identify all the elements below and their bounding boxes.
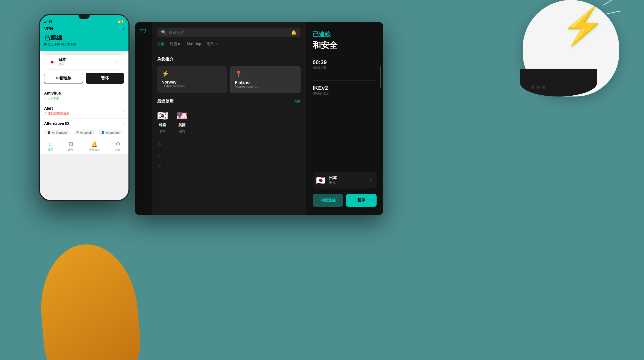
bell-nav-icon: 🔔: [91, 141, 98, 147]
nav-products[interactable]: ⊞ 產品: [68, 141, 74, 152]
desktop-main-panel: 🔍 🔔 位置 靜態 IP MultiHop 專用 IP 為您推介 ⚡ Norwa…: [152, 22, 306, 215]
settings-icon: ⚙: [116, 141, 120, 147]
desktop-app-window: 🛡 🔍 🔔 位置 靜態 IP MultiHop 專用 IP 為您推介 ⚡ Nor…: [135, 22, 383, 215]
nav-home-label: 首頁: [47, 148, 53, 152]
finland-card[interactable]: 📍 Finland Nearest country: [230, 66, 300, 93]
finland-sub: Nearest country: [235, 85, 296, 88]
phone-star-icon[interactable]: ☆: [115, 59, 119, 65]
tab-static-ip[interactable]: 靜態 IP: [170, 42, 181, 48]
phone-frame: 14:34 📶🔋 VPN › 已連線 IP 位址 146.70.205.188: [39, 14, 130, 201]
phone-notch: [79, 15, 90, 19]
alt-person-chip[interactable]: 👤 Alt person: [98, 130, 122, 135]
phone-signal-icons: 📶🔋: [117, 20, 124, 23]
tab-dedicated-ip[interactable]: 專用 IP: [206, 42, 218, 48]
nav-settings[interactable]: ⚙ 設定: [115, 141, 121, 152]
search-input[interactable]: [169, 30, 289, 35]
alert-info: Alert ⚠ 未監控數據洩漏: [44, 106, 69, 115]
phone-time: 14:34: [44, 20, 52, 23]
phone-connected-label: 已連線: [44, 34, 124, 42]
connection-time-row: 00:39 連線時間: [313, 59, 377, 70]
phone-disconnect-button[interactable]: 中斷連線: [44, 73, 83, 84]
nearest-country-icon: 📍: [235, 71, 296, 78]
nav-updates[interactable]: 🔔 更新資訊: [89, 141, 100, 152]
check-icon: ✓: [44, 96, 47, 100]
fastest-location-icon: ⚡: [162, 70, 222, 77]
phone-ip-label: IP 位址 146.70.205.188: [44, 42, 124, 47]
favorite-star-3[interactable]: ☆: [157, 163, 300, 169]
favorite-star-2[interactable]: ☆: [157, 152, 300, 158]
phone-country-name: 日本: [58, 57, 66, 62]
alt-email-chip[interactable]: ✉ Alt email: [74, 130, 94, 135]
nav-settings-label: 設定: [115, 148, 121, 152]
phone-content-area: 🇯🇵 日本 東京 ☆ 中斷連線 暫停 Antivirus: [40, 54, 128, 154]
phone-country-selector[interactable]: 🇯🇵 日本 東京 ☆: [44, 54, 124, 69]
desktop-right-panel: 已連線 和安全 00:39 連線時間 IKEv2 使用的協定 🇯🇵 日本 東京 …: [306, 22, 383, 215]
recent-flags-row: 🇰🇷 韓國 首爾 🇺🇸 美國 紐約: [157, 108, 300, 136]
alert-item[interactable]: Alert ⚠ 未監控數據洩漏 ›: [40, 103, 128, 119]
recent-section-header: 最近使用 清除: [157, 99, 300, 104]
japan-country-info: 日本 東京: [329, 175, 337, 185]
favorite-star-1[interactable]: ☆: [157, 142, 300, 148]
notification-bell-icon[interactable]: 🔔: [291, 30, 297, 35]
alt-id-chips-row: 📱 Alt Number ✉ Alt email 👤 Alt person: [40, 128, 128, 138]
phone-action-buttons: 中斷連線 暫停: [40, 73, 128, 84]
phone-container: 14:34 📶🔋 VPN › 已連線 IP 位址 146.70.205.188: [22, 8, 165, 256]
phone-pause-button[interactable]: 暫停: [86, 73, 124, 84]
alt-number-chip[interactable]: 📱 Alt Number: [44, 130, 70, 135]
norway-card[interactable]: ⚡ Norway Fastest location: [157, 66, 227, 93]
clear-button[interactable]: 清除: [293, 99, 300, 104]
svg-line-1: [607, 11, 621, 14]
phone-nav-arrow-icon[interactable]: ›: [123, 26, 124, 31]
tab-multihop[interactable]: MultiHop: [187, 42, 201, 48]
desktop-pause-button[interactable]: 暫停: [346, 194, 377, 207]
usa-city-name: 紐約: [179, 129, 185, 133]
antivirus-status: ✓ 沒有威脅: [44, 96, 61, 100]
phone-status-bar: 14:34 📶🔋: [44, 20, 124, 23]
divider-1: [313, 80, 377, 80]
protocol-label: 使用的協定: [313, 91, 377, 96]
alert-title: Alert: [44, 106, 69, 111]
japan-country-name: 日本: [329, 175, 337, 181]
person-alt-icon: 👤: [101, 131, 105, 134]
helmet-container: ⚡: [498, 0, 622, 143]
favorites-list: ☆ ☆ ☆: [157, 142, 300, 169]
antivirus-item[interactable]: Antivirus ✓ 沒有威脅 ›: [40, 88, 128, 103]
alt-id-chevron-icon: ›: [123, 121, 124, 126]
finland-name: Finland: [235, 80, 296, 85]
japan-flag-icon: 🇯🇵: [316, 176, 326, 185]
protocol-row: IKEv2 使用的協定: [313, 85, 377, 96]
desktop-disconnect-button[interactable]: 中斷連線: [313, 194, 343, 207]
phone-nav-title: VPN: [44, 26, 53, 31]
nav-home[interactable]: ⌂ 首頁: [47, 141, 53, 152]
desktop-country-row: 🇯🇵 日本 東京 ☆: [313, 172, 377, 189]
warning-icon: ⚠: [44, 112, 47, 115]
grid-icon: ⊞: [69, 141, 73, 147]
alt-id-item[interactable]: Alternative ID ›: [40, 119, 128, 128]
nav-products-label: 產品: [68, 148, 74, 152]
usa-flag-icon: 🇺🇸: [176, 111, 187, 121]
antivirus-title: Antivirus: [44, 91, 61, 95]
connection-time-label: 連線時間: [313, 66, 377, 70]
alt-id-title: Alternative ID: [44, 121, 69, 126]
search-bar[interactable]: 🔍 🔔: [157, 28, 300, 37]
phone-city-name: 東京: [58, 62, 66, 66]
japan-city-name: 東京: [329, 181, 337, 185]
alert-status: ⚠ 未監控數據洩漏: [44, 111, 69, 115]
protocol-value: IKEv2: [313, 85, 377, 91]
phone-screen: 14:34 📶🔋 VPN › 已連線 IP 位址 146.70.205.188: [40, 15, 128, 200]
bookmark-icon[interactable]: ☆: [369, 177, 373, 183]
nav-updates-label: 更新資訊: [89, 148, 100, 152]
phone-nav-bar: VPN ›: [44, 25, 124, 34]
home-icon: ⌂: [49, 141, 52, 147]
phone-alt-number-icon: 📱: [47, 131, 51, 134]
antivirus-chevron-icon: ›: [123, 93, 124, 98]
location-tabs: 位置 靜態 IP MultiHop 專用 IP: [157, 42, 300, 51]
right-action-buttons: 中斷連線 暫停: [313, 194, 377, 207]
desktop-connected-status: 已連線: [313, 30, 377, 39]
recommended-grid: ⚡ Norway Fastest location 📍 Finland Near…: [157, 66, 300, 93]
antivirus-info: Antivirus ✓ 沒有威脅: [44, 91, 61, 100]
phone-bottom-nav: ⌂ 首頁 ⊞ 產品 🔔 更新資訊 ⚙ 設定: [40, 138, 128, 154]
email-alt-icon: ✉: [76, 131, 79, 134]
alt-id-info: Alternative ID: [44, 121, 69, 126]
usa-flag-item[interactable]: 🇺🇸 美國 紐約: [176, 111, 187, 133]
